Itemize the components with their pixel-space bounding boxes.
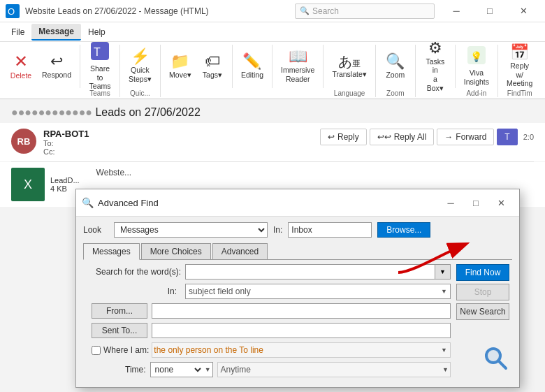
tab-messages[interactable]: Messages: [83, 243, 140, 260]
look-select[interactable]: Messages: [114, 222, 268, 238]
sent-to-row: Sent To...: [92, 323, 451, 338]
look-label: Look: [83, 225, 108, 235]
dialog-body: Look Messages In: Inbox Browse... Messag…: [76, 217, 519, 387]
time-row: Time: none ▼ Anytime ▼: [125, 362, 451, 377]
from-row: From...: [92, 303, 451, 319]
find-now-button[interactable]: Find Now: [456, 264, 509, 281]
dialog-tabs: Messages More Choices Advanced: [83, 243, 512, 260]
time-range-value: Anytime: [221, 365, 251, 375]
time-value-wrap: Anytime ▼: [217, 362, 451, 377]
in-value-text: Inbox: [291, 225, 312, 235]
search-words-input[interactable]: [185, 264, 435, 280]
time-label: Time:: [125, 365, 146, 375]
where-value: the only person on the To line: [154, 345, 439, 355]
in-field-arrow[interactable]: ▼: [439, 288, 449, 295]
from-input[interactable]: [152, 303, 451, 319]
tab-advanced[interactable]: Advanced: [212, 243, 268, 259]
search-words-label: Search for the word(s):: [83, 267, 181, 277]
dialog-titlebar: 🔍 Advanced Find ─ □ ✕: [76, 189, 519, 217]
from-button[interactable]: From...: [92, 303, 147, 319]
where-checkbox[interactable]: [92, 346, 101, 355]
dialog-close-button[interactable]: ✕: [488, 194, 514, 212]
dialog-title-icon: 🔍: [82, 197, 94, 208]
advanced-find-dialog: 🔍 Advanced Find ─ □ ✕ Look Messages In: …: [75, 189, 520, 388]
tab-more-choices[interactable]: More Choices: [141, 243, 211, 259]
dialog-minimize-button[interactable]: ─: [438, 194, 463, 212]
time-select-wrap: none ▼: [150, 362, 213, 377]
where-label: Where I am:: [103, 345, 149, 355]
in-field-row: In: subject field only ▼: [83, 284, 451, 299]
search-words-row: Search for the word(s): ▼: [83, 264, 451, 280]
dialog-overlay: 🔍 Advanced Find ─ □ ✕ Look Messages In: …: [0, 0, 545, 392]
sent-to-input[interactable]: [152, 323, 451, 338]
look-row: Look Messages In: Inbox Browse...: [83, 222, 512, 238]
dialog-right-panel: Find Now Stop New Search: [456, 264, 512, 382]
where-dropdown-arrow[interactable]: ▼: [439, 347, 449, 354]
time-range-arrow[interactable]: ▼: [442, 366, 449, 373]
search-dropdown-arrow[interactable]: ▼: [439, 268, 446, 275]
in-value: Inbox: [288, 222, 372, 238]
dialog-title-text: Advanced Find: [98, 198, 434, 208]
time-select[interactable]: none: [151, 363, 203, 377]
stop-button[interactable]: Stop: [456, 284, 509, 300]
in-field-label: In:: [83, 286, 181, 296]
browse-button[interactable]: Browse...: [377, 222, 430, 238]
dialog-main-content: Search for the word(s): ▼ In:: [83, 264, 512, 382]
sent-to-button[interactable]: Sent To...: [92, 323, 147, 338]
new-search-button[interactable]: New Search: [456, 303, 509, 320]
dialog-left-panel: Search for the word(s): ▼ In:: [83, 264, 451, 382]
where-row: Where I am: the only person on the To li…: [92, 342, 451, 358]
dialog-maximize-button[interactable]: □: [463, 194, 488, 212]
in-field-value: subject field only: [189, 286, 251, 296]
in-label: In:: [273, 225, 282, 235]
dialog-window-controls: ─ □ ✕: [438, 194, 514, 212]
